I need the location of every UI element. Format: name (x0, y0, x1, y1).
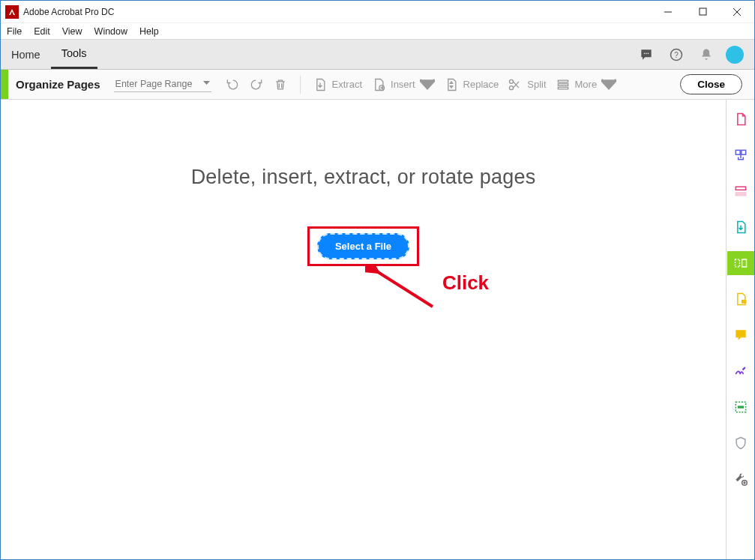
menubar: File Edit View Window Help (1, 23, 754, 40)
svg-rect-20 (735, 259, 739, 267)
extract-button[interactable]: Extract (313, 77, 362, 92)
tool-combine-files-icon[interactable] (727, 143, 754, 167)
svg-point-11 (510, 85, 514, 89)
svg-rect-16 (736, 150, 740, 154)
account-avatar[interactable] (726, 46, 744, 64)
insert-dropdown-icon (420, 77, 435, 92)
tool-comment-icon[interactable] (727, 287, 754, 311)
svg-rect-22 (741, 300, 746, 304)
tool-more-tools-icon[interactable] (727, 467, 754, 491)
tool-export-pdf-icon[interactable] (727, 215, 754, 239)
tool-protect-icon[interactable] (727, 431, 754, 455)
titlebar: Adobe Acrobat Pro DC (1, 1, 754, 23)
help-icon[interactable]: ? (661, 40, 691, 69)
svg-rect-21 (742, 259, 746, 267)
svg-rect-1 (700, 8, 706, 15)
replace-button[interactable]: Replace (444, 77, 499, 92)
chat-icon[interactable] (631, 40, 661, 69)
split-button[interactable]: Split (508, 77, 546, 92)
maximize-button[interactable] (685, 1, 720, 23)
svg-rect-19 (736, 193, 745, 196)
extract-label: Extract (332, 79, 362, 90)
svg-point-4 (644, 52, 646, 54)
menu-edit[interactable]: Edit (34, 26, 50, 37)
svg-text:?: ? (674, 50, 679, 58)
svg-point-10 (510, 79, 514, 83)
select-file-button[interactable]: Select a File (317, 233, 409, 259)
organize-pages-toolbar: Organize Pages Extract Insert Replace (1, 70, 754, 100)
tab-tools[interactable]: Tools (51, 40, 97, 69)
svg-line-15 (376, 271, 433, 307)
replace-label: Replace (463, 79, 499, 90)
svg-rect-14 (558, 87, 568, 89)
more-dropdown-icon (601, 77, 616, 92)
tab-home[interactable]: Home (1, 40, 51, 69)
page-range-input[interactable] (114, 76, 211, 92)
svg-rect-13 (558, 83, 568, 85)
annotation-arrow-icon (365, 265, 448, 317)
tool-title: Organize Pages (16, 78, 100, 91)
notifications-icon[interactable] (691, 40, 721, 69)
svg-point-6 (648, 52, 649, 54)
rotate-ccw-button[interactable] (225, 77, 240, 92)
tool-edit-pdf-icon[interactable] (727, 179, 754, 203)
select-file-area: Select a File Click (307, 226, 419, 266)
insert-label: Insert (391, 79, 415, 90)
tool-organize-pages-icon[interactable] (727, 251, 754, 275)
minimize-button[interactable] (651, 1, 685, 23)
close-tool-button[interactable]: Close (680, 74, 742, 94)
menu-window[interactable]: Window (94, 26, 127, 37)
nav-tabbar: Home Tools ? (1, 40, 754, 70)
annotation-highlight-box: Select a File (307, 226, 419, 266)
separator (300, 76, 301, 94)
acrobat-logo-icon (5, 5, 19, 19)
split-label: Split (527, 79, 546, 90)
app-window: Adobe Acrobat Pro DC File Edit View Wind… (0, 0, 755, 560)
close-window-button[interactable] (720, 1, 754, 23)
tool-sign-icon[interactable] (727, 359, 754, 383)
more-label: More (575, 79, 598, 90)
rotate-cw-button[interactable] (249, 77, 264, 92)
svg-point-5 (646, 52, 647, 54)
menu-help[interactable]: Help (139, 26, 159, 37)
menu-view[interactable]: View (62, 26, 82, 37)
insert-button[interactable]: Insert (371, 77, 435, 92)
annotation-label: Click (442, 271, 489, 295)
tool-accent-bar (1, 70, 8, 99)
menu-file[interactable]: File (7, 26, 22, 37)
canvas-area: Delete, insert, extract, or rotate pages… (1, 100, 726, 559)
tool-sticky-note-icon[interactable] (727, 323, 754, 347)
svg-rect-12 (558, 80, 568, 82)
window-title: Adobe Acrobat Pro DC (23, 7, 114, 17)
right-tools-rail (726, 100, 754, 559)
work-area: Delete, insert, extract, or rotate pages… (1, 100, 754, 559)
delete-page-button[interactable] (273, 77, 288, 92)
svg-rect-18 (736, 187, 745, 190)
page-hint-text: Delete, insert, extract, or rotate pages (191, 166, 536, 189)
tool-create-pdf-icon[interactable] (727, 107, 754, 131)
svg-rect-24 (737, 406, 743, 408)
svg-rect-17 (741, 150, 745, 154)
tool-redact-icon[interactable] (727, 395, 754, 419)
more-button[interactable]: More (556, 77, 617, 92)
